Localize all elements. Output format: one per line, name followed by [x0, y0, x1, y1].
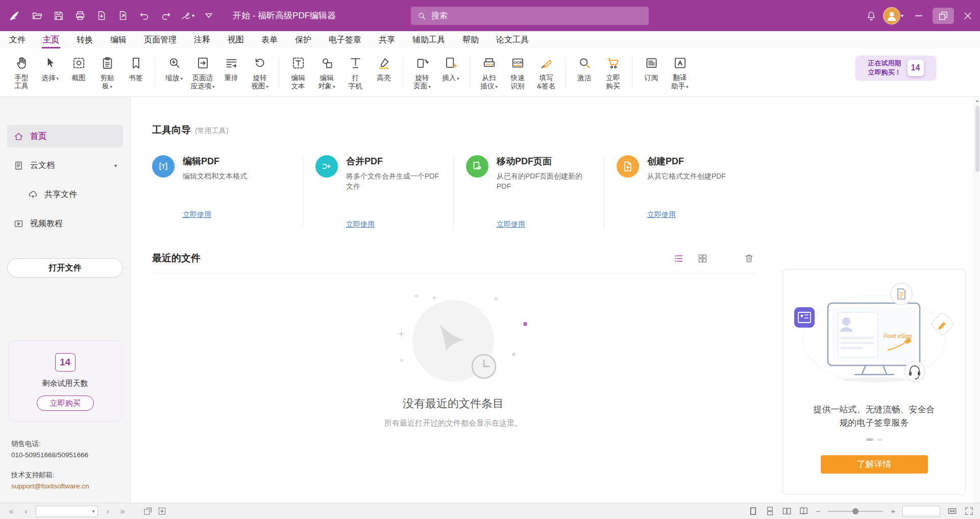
chevron-down-icon[interactable]: ▾	[901, 13, 903, 18]
search-box[interactable]	[411, 7, 649, 25]
tool-fill-sign[interactable]: 填写 &签名	[532, 51, 560, 94]
search-input[interactable]	[431, 11, 643, 20]
prev-page-button[interactable]: ‹	[21, 506, 31, 516]
book-view-icon[interactable]	[799, 506, 808, 516]
scrollbar-thumb[interactable]	[975, 106, 979, 172]
menu-convert[interactable]: 转换	[77, 31, 93, 48]
zoom-value-box[interactable]	[902, 506, 940, 516]
print-icon[interactable]	[70, 6, 90, 26]
tool-card-merge-pdf[interactable]: 合并PDF 将多个文件合并生成一个PDF文件 立即使用	[303, 155, 453, 229]
tool-select[interactable]: 选择▾	[36, 51, 64, 94]
chevron-down-icon[interactable]: ▾	[114, 163, 117, 168]
next-page-button[interactable]: ›	[103, 506, 113, 516]
tool-card-edit-pdf[interactable]: 编辑PDF 编辑文档和文本格式 立即使用	[152, 155, 303, 229]
fullscreen-icon[interactable]	[964, 506, 974, 516]
grid-view-icon[interactable]	[697, 253, 708, 264]
tool-reflow[interactable]: 重排	[217, 51, 246, 94]
minimize-button[interactable]	[906, 0, 931, 31]
two-page-view-icon[interactable]	[782, 506, 792, 516]
tool-from-scanner[interactable]: 从扫 描仪▾	[475, 51, 503, 94]
tool-rotate-pages[interactable]: 旋转 页面▾	[408, 51, 436, 94]
sidebar-item-video-tutorials[interactable]: 视频教程	[7, 212, 123, 235]
vertical-scrollbar[interactable]: ▲	[974, 97, 980, 503]
menu-view[interactable]: 视图	[228, 31, 244, 48]
last-page-button[interactable]: »	[117, 506, 128, 516]
carousel-dot-active[interactable]	[866, 438, 873, 441]
use-now-link[interactable]: 立即使用	[183, 210, 211, 219]
tool-fit-page[interactable]: 页面适 应选项▾	[188, 51, 217, 94]
page-number-input[interactable]	[36, 507, 89, 515]
open-file-button[interactable]: 打开文件	[7, 258, 123, 278]
zoom-slider[interactable]	[827, 508, 884, 515]
tool-translate[interactable]: 翻译 助手▾	[666, 51, 694, 94]
close-button[interactable]	[955, 0, 980, 31]
tool-highlight[interactable]: 高亮	[370, 51, 398, 94]
tool-bookmark[interactable]: 书签	[121, 51, 150, 94]
tool-activate[interactable]: 激活	[570, 51, 599, 94]
tool-edit-text[interactable]: 编辑 文本	[284, 51, 312, 94]
chevron-down-icon[interactable]: ▾	[89, 509, 97, 514]
menu-home[interactable]: 主页	[43, 31, 59, 48]
save-icon[interactable]	[49, 6, 68, 26]
buy-now-button[interactable]: 立即购买	[37, 396, 94, 411]
fit-width-icon[interactable]	[947, 506, 957, 516]
menu-protect[interactable]: 保护	[295, 31, 311, 48]
redo-icon[interactable]	[156, 6, 176, 26]
menu-help[interactable]: 帮助	[462, 31, 479, 48]
snapshot-tool-icon[interactable]	[143, 506, 153, 516]
trial-banner[interactable]: 正在试用期立即购买！ 14	[855, 56, 936, 80]
tool-snapshot[interactable]: 截图	[64, 51, 93, 94]
share-file-icon[interactable]	[113, 6, 133, 26]
clipboard-tool-icon[interactable]	[157, 506, 167, 516]
tool-zoom[interactable]: 缩放▾	[160, 51, 188, 94]
menu-page-manage[interactable]: 页面管理	[144, 31, 177, 48]
page-number-box[interactable]: ▾	[36, 506, 98, 517]
notification-bell-icon[interactable]	[861, 5, 882, 27]
sidebar-item-home[interactable]: 首页	[7, 125, 123, 147]
tool-hand[interactable]: 手型 工具	[7, 51, 36, 94]
list-view-icon[interactable]	[673, 253, 684, 264]
open-file-icon[interactable]	[28, 6, 47, 26]
tool-clipboard[interactable]: 剪贴 板▾	[93, 51, 121, 94]
use-now-link[interactable]: 立即使用	[647, 210, 676, 219]
tool-ocr[interactable]: OCR快速 识别	[503, 51, 532, 94]
tool-buy-now[interactable]: 立即 购买	[599, 51, 627, 94]
carousel-dot[interactable]	[877, 438, 883, 441]
menu-share[interactable]: 共享	[379, 31, 395, 48]
use-now-link[interactable]: 立即使用	[346, 220, 375, 229]
menu-paper-tools[interactable]: 论文工具	[496, 31, 529, 48]
menu-accessibility[interactable]: 辅助工具	[412, 31, 445, 48]
avatar[interactable]	[883, 7, 900, 24]
restore-button[interactable]	[931, 0, 955, 31]
scroll-up-icon[interactable]: ▲	[974, 97, 980, 105]
learn-more-button[interactable]: 了解详情	[821, 455, 928, 474]
account-menu[interactable]: ▾	[883, 7, 903, 24]
tool-card-create-pdf[interactable]: 创建PDF 从其它格式文件创建PDF 立即使用	[604, 155, 754, 229]
zoom-in-button[interactable]: +	[891, 507, 895, 515]
menu-comment[interactable]: 注释	[194, 31, 210, 48]
single-page-view-icon[interactable]	[748, 506, 758, 516]
sidebar-item-shared-files[interactable]: 共享文件	[7, 183, 123, 206]
continuous-view-icon[interactable]	[765, 506, 775, 516]
zoom-slider-thumb[interactable]	[852, 508, 859, 514]
support-email-link[interactable]: support@foxitsoftware.cn	[11, 481, 119, 492]
trash-icon[interactable]	[744, 253, 754, 264]
tool-card-move-pdf-pages[interactable]: 移动PDF页面 从已有的PDF页面创建新的PDF 立即使用	[453, 155, 604, 229]
tool-rotate-view[interactable]: 旋转 视图▾	[246, 51, 274, 94]
use-now-link[interactable]: 立即使用	[497, 220, 525, 229]
collapse-ribbon-icon[interactable]	[199, 6, 218, 26]
quick-sign-icon[interactable]: ▾	[178, 6, 197, 26]
menu-esign[interactable]: 电子签章	[329, 31, 361, 48]
tool-subscribe[interactable]: 订阅	[637, 51, 666, 94]
zoom-out-button[interactable]: −	[816, 507, 820, 515]
first-page-button[interactable]: «	[6, 506, 16, 516]
export-pdf-icon[interactable]	[92, 6, 111, 26]
tool-edit-object[interactable]: 编辑 对象▾	[312, 51, 341, 94]
undo-icon[interactable]	[135, 6, 154, 26]
tool-typewriter[interactable]: 打 字机	[341, 51, 370, 94]
menu-edit[interactable]: 编辑	[110, 31, 127, 48]
tool-insert[interactable]: 插入▾	[436, 51, 465, 94]
sidebar-item-cloud-docs[interactable]: 云文档 ▾	[7, 154, 123, 177]
menu-file[interactable]: 文件	[9, 31, 26, 48]
menu-form[interactable]: 表单	[261, 31, 278, 48]
